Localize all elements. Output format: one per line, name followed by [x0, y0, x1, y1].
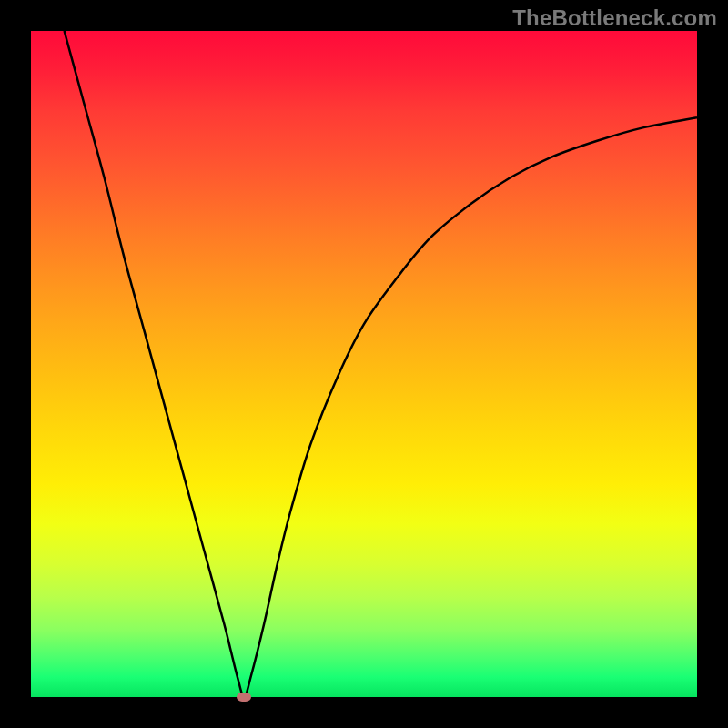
watermark-text: TheBottleneck.com [512, 5, 717, 31]
curve-path [65, 31, 697, 697]
plot-area [31, 31, 697, 697]
bottleneck-curve [31, 31, 697, 697]
chart-frame: TheBottleneck.com [0, 0, 728, 728]
minimum-marker [237, 693, 251, 702]
